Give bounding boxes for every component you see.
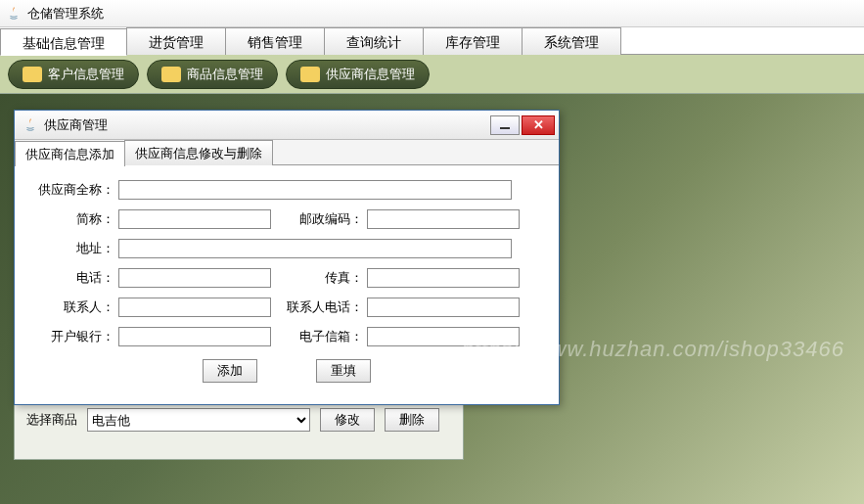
- tab-sales[interactable]: 销售管理: [225, 27, 325, 55]
- tab-supplier-add[interactable]: 供应商信息添加: [15, 141, 125, 166]
- app-title: 仓储管理系统: [27, 5, 104, 23]
- toolbar: 客户信息管理 商品信息管理 供应商信息管理: [0, 55, 864, 94]
- java-icon: [6, 6, 22, 22]
- label-fullname: 供应商全称：: [30, 181, 118, 199]
- contact-phone-input[interactable]: [367, 298, 520, 317]
- label-phone: 电话：: [30, 269, 118, 287]
- supplier-dialog: 供应商管理 ✕ 供应商信息添加 供应商信息修改与删除 供应商全称： 简称：邮政编…: [14, 110, 560, 405]
- label-address: 地址：: [30, 240, 118, 257]
- label-email: 电子信箱：: [271, 328, 367, 345]
- tab-purchase[interactable]: 进货管理: [126, 27, 226, 55]
- email-input[interactable]: [367, 327, 520, 346]
- dialog-titlebar[interactable]: 供应商管理 ✕: [15, 111, 559, 140]
- fullname-input[interactable]: [118, 180, 512, 200]
- delete-button[interactable]: 删除: [385, 408, 439, 432]
- people-icon: [23, 67, 42, 82]
- java-icon: [23, 117, 38, 133]
- bank-input[interactable]: [118, 327, 271, 346]
- phone-input[interactable]: [118, 268, 271, 288]
- fax-input[interactable]: [367, 268, 520, 288]
- address-input[interactable]: [118, 239, 512, 258]
- minimize-button[interactable]: [490, 115, 520, 135]
- box-icon: [161, 67, 181, 82]
- label-contact: 联系人：: [30, 298, 118, 316]
- zip-input[interactable]: [367, 209, 520, 229]
- tab-inventory[interactable]: 库存管理: [423, 27, 523, 55]
- product-info-button[interactable]: 商品信息管理: [147, 60, 278, 89]
- truck-icon: [300, 67, 320, 82]
- dialog-tabs: 供应商信息添加 供应商信息修改与删除: [15, 140, 559, 165]
- label-contact-phone: 联系人电话：: [271, 298, 367, 316]
- label-zip: 邮政编码：: [271, 210, 367, 228]
- dialog-title: 供应商管理: [44, 116, 108, 134]
- reset-button[interactable]: 重填: [316, 359, 371, 383]
- customer-info-button[interactable]: 客户信息管理: [8, 60, 139, 89]
- minimize-icon: [500, 120, 510, 130]
- label-bank: 开户银行：: [30, 328, 118, 345]
- supplier-form: 供应商全称： 简称：邮政编码： 地址： 电话：传真： 联系人：联系人电话： 开户…: [15, 165, 559, 392]
- tab-basic-info[interactable]: 基础信息管理: [0, 28, 127, 56]
- contact-input[interactable]: [118, 298, 271, 317]
- select-product-label: 选择商品: [26, 411, 77, 429]
- tab-system[interactable]: 系统管理: [522, 27, 621, 55]
- svg-rect-0: [500, 127, 510, 129]
- product-select[interactable]: 电吉他: [87, 408, 310, 432]
- label-short: 简称：: [30, 210, 118, 228]
- label-fax: 传真：: [271, 269, 367, 287]
- main-tabs: 基础信息管理 进货管理 销售管理 查询统计 库存管理 系统管理: [0, 27, 864, 55]
- main-titlebar: 仓储管理系统: [0, 0, 864, 27]
- main-window: 仓储管理系统 基础信息管理 进货管理 销售管理 查询统计 库存管理 系统管理 客…: [0, 0, 864, 504]
- add-button[interactable]: 添加: [203, 359, 257, 383]
- tab-supplier-edit[interactable]: 供应商信息修改与删除: [124, 140, 273, 165]
- supplier-info-button[interactable]: 供应商信息管理: [286, 60, 430, 89]
- modify-button[interactable]: 修改: [320, 408, 375, 432]
- close-button[interactable]: ✕: [522, 115, 555, 135]
- shortname-input[interactable]: [118, 209, 271, 229]
- tab-query[interactable]: 查询统计: [324, 27, 424, 55]
- close-icon: ✕: [533, 117, 544, 132]
